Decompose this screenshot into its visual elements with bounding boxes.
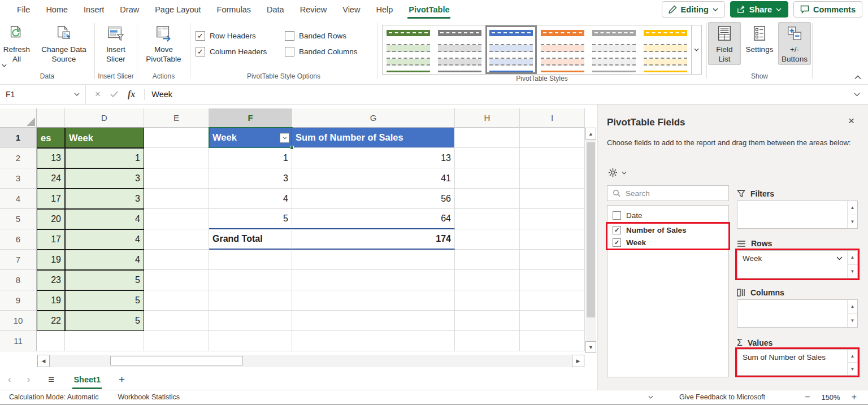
checkbox-unchecked-icon[interactable] bbox=[285, 47, 294, 56]
pivottable-style-light-gray[interactable] bbox=[434, 25, 485, 74]
spinner-down-icon[interactable]: ▼ bbox=[848, 363, 857, 375]
chevron-down-icon[interactable] bbox=[74, 93, 80, 96]
cell-H7[interactable] bbox=[455, 250, 520, 270]
spinner-control[interactable]: ▲▼ bbox=[847, 300, 857, 327]
ribbon-tab-view[interactable]: View bbox=[335, 0, 368, 19]
spinner-up-icon[interactable]: ▲ bbox=[848, 350, 857, 363]
spinner-up-icon[interactable]: ▲ bbox=[848, 300, 857, 314]
column-header-G[interactable]: G bbox=[292, 108, 455, 128]
column-header-F[interactable]: F bbox=[209, 108, 292, 128]
ribbon-tab-help[interactable]: Help bbox=[368, 0, 401, 19]
checkbox-checked-icon[interactable]: ✓ bbox=[613, 238, 621, 247]
cell-F8[interactable] bbox=[209, 270, 292, 290]
cell-D4[interactable]: 3 bbox=[65, 189, 144, 209]
cell-G1[interactable]: Sum of Number of Sales bbox=[292, 128, 455, 148]
cell-I5[interactable] bbox=[520, 209, 585, 229]
pane-options[interactable] bbox=[608, 168, 627, 177]
vertical-scrollbar[interactable]: ▲ ▼ bbox=[585, 128, 596, 353]
pivottable-style-light-gray-2[interactable] bbox=[588, 25, 640, 74]
checkbox-unchecked-icon[interactable] bbox=[285, 31, 294, 41]
search-input[interactable]: Search bbox=[607, 185, 729, 201]
sheet-tab-sheet1[interactable]: Sheet1 bbox=[68, 375, 106, 384]
calculation-mode[interactable]: Calculation Mode: Automatic bbox=[9, 393, 98, 401]
scroll-down-icon[interactable]: ▼ bbox=[585, 341, 596, 353]
cell-D7[interactable]: 4 bbox=[65, 250, 144, 270]
ribbon-tab-data[interactable]: Data bbox=[259, 0, 292, 19]
checkbox-unchecked-icon[interactable] bbox=[613, 211, 621, 220]
option-row-headers[interactable]: ✓Row Headers bbox=[196, 28, 285, 43]
cell-H5[interactable] bbox=[455, 209, 520, 229]
cell-H9[interactable] bbox=[455, 290, 520, 311]
cell-I1[interactable] bbox=[520, 128, 585, 148]
share-button[interactable]: Share bbox=[730, 1, 788, 18]
columns-area-box[interactable]: ▲▼ bbox=[737, 299, 858, 328]
checkbox-checked-icon[interactable]: ✓ bbox=[196, 47, 205, 56]
chevron-down-icon[interactable] bbox=[854, 93, 868, 97]
cell-I3[interactable] bbox=[520, 168, 585, 189]
cell-H10[interactable] bbox=[455, 311, 520, 331]
row-header-8[interactable]: 8 bbox=[0, 270, 37, 290]
cell-E10[interactable] bbox=[144, 311, 209, 331]
field-number-of-sales[interactable]: ✓Number of Sales bbox=[607, 224, 728, 236]
field-date[interactable]: Date bbox=[607, 209, 728, 221]
cell-G7[interactable] bbox=[292, 250, 455, 270]
row-header-3[interactable]: 3 bbox=[0, 168, 37, 189]
all-sheets-menu-icon[interactable]: ≡ bbox=[38, 373, 64, 386]
spinner-up-icon[interactable]: ▲ bbox=[848, 251, 857, 265]
row-header-7[interactable]: 7 bbox=[0, 250, 37, 270]
ribbon-tab-insert[interactable]: Insert bbox=[76, 0, 112, 19]
checkbox-checked-icon[interactable]: ✓ bbox=[613, 226, 621, 234]
cell-I9[interactable] bbox=[520, 290, 585, 311]
prev-sheet-icon[interactable]: ‹ bbox=[0, 374, 19, 385]
row-header-10[interactable]: 10 bbox=[0, 311, 37, 331]
cell-I10[interactable] bbox=[520, 311, 585, 331]
row-header-9[interactable]: 9 bbox=[0, 290, 37, 311]
spinner-control[interactable]: ▲▼ bbox=[847, 251, 857, 278]
cell-D1[interactable]: Week bbox=[65, 128, 144, 148]
column-header-H[interactable]: H bbox=[455, 108, 520, 128]
insert-slicer-button[interactable]: Insert Slicer bbox=[95, 22, 137, 65]
column-header-I[interactable]: I bbox=[520, 108, 585, 128]
cell-G10[interactable] bbox=[292, 311, 455, 331]
pivottable-style-light-orange[interactable] bbox=[537, 25, 588, 74]
ribbon-tab-file[interactable]: File bbox=[9, 0, 38, 19]
cell-C1[interactable]: es bbox=[37, 128, 65, 148]
cell-G4[interactable]: 56 bbox=[292, 189, 455, 209]
filters-area-box[interactable]: ▲▼ bbox=[737, 201, 858, 229]
cell-F5[interactable]: 5 bbox=[209, 209, 292, 229]
cell-H3[interactable] bbox=[455, 168, 520, 189]
spinner-down-icon[interactable]: ▼ bbox=[848, 265, 857, 278]
cell-F1[interactable]: Week bbox=[209, 128, 292, 148]
formula-input[interactable]: Week bbox=[145, 90, 854, 99]
cell-E8[interactable] bbox=[144, 270, 209, 290]
cell-C6[interactable]: 17 bbox=[37, 229, 65, 250]
row-header-5[interactable]: 5 bbox=[0, 209, 37, 229]
spinner-down-icon[interactable]: ▼ bbox=[848, 314, 857, 328]
cell-H8[interactable] bbox=[455, 270, 520, 290]
option-column-headers[interactable]: ✓Column Headers bbox=[196, 43, 285, 59]
cell-G8[interactable] bbox=[292, 270, 455, 290]
cell-F4[interactable]: 4 bbox=[209, 189, 292, 209]
column-header-E[interactable]: E bbox=[144, 108, 209, 128]
cell-C5[interactable]: 20 bbox=[37, 209, 65, 229]
cell-H4[interactable] bbox=[455, 189, 520, 209]
cell-G6[interactable]: 174 bbox=[292, 229, 455, 250]
pivottable-style-light-blue[interactable] bbox=[485, 25, 537, 74]
cell-C2[interactable]: 13 bbox=[37, 148, 65, 168]
cell-C11[interactable] bbox=[37, 331, 65, 351]
cell-F7[interactable] bbox=[209, 250, 292, 270]
next-sheet-icon[interactable]: › bbox=[19, 374, 38, 385]
ribbon-tab-review[interactable]: Review bbox=[292, 0, 335, 19]
fill-handle[interactable] bbox=[290, 146, 294, 150]
spinner-control[interactable]: ▲▼ bbox=[847, 201, 857, 228]
values-area-box[interactable]: Sum of Number of Sales▲▼ bbox=[737, 349, 858, 376]
cell-E1[interactable] bbox=[144, 128, 209, 148]
row-header-1[interactable]: 1 bbox=[0, 128, 37, 148]
cell-I6[interactable] bbox=[520, 229, 585, 250]
cell-C9[interactable]: 19 bbox=[37, 290, 65, 311]
cell-H11[interactable] bbox=[455, 331, 520, 351]
cell-H1[interactable] bbox=[455, 128, 520, 148]
ribbon-tab-formulas[interactable]: Formulas bbox=[209, 0, 259, 19]
option-banded-columns[interactable]: Banded Columns bbox=[285, 43, 382, 59]
cell-H6[interactable] bbox=[455, 229, 520, 250]
